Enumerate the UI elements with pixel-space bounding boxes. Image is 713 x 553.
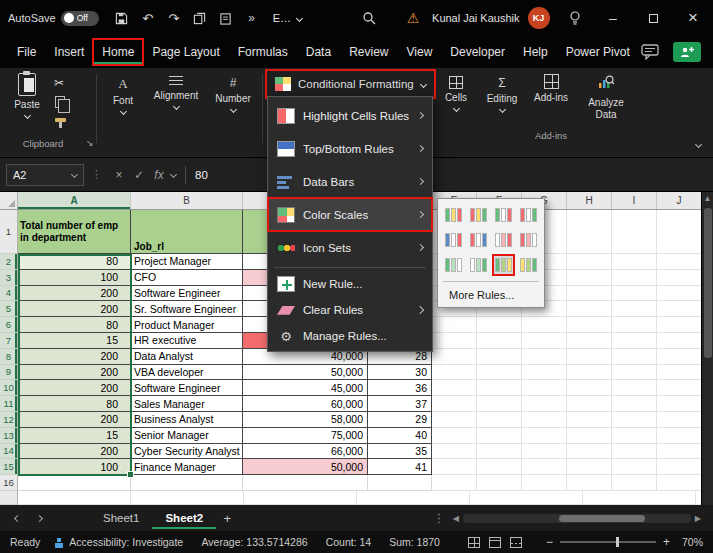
column-header[interactable]: A [18,192,131,209]
color-scale-option[interactable] [518,255,539,275]
lightbulb-icon[interactable] [562,3,588,33]
cf-menu-item[interactable]: Highlight Cells Rules [268,99,432,132]
scroll-right-icon[interactable]: ▶ [695,514,701,523]
ribbon-tab[interactable]: Power Pivot [557,39,639,65]
ribbon-tab[interactable]: Review [340,39,397,65]
color-scale-option[interactable] [468,205,489,225]
zoom-slider[interactable] [560,541,656,543]
horizontal-scroll-track[interactable] [463,514,691,523]
cut-icon[interactable] [54,76,64,90]
color-scale-option[interactable] [443,205,464,225]
cell-col-a[interactable]: 200 [18,444,131,460]
horizontal-scrollbar[interactable]: ◀ ▶ [453,514,701,523]
collapse-ribbon-icon[interactable] [695,141,702,148]
vertical-scroll-thumb[interactable] [704,208,712,358]
page-break-view-icon[interactable] [510,537,522,548]
select-all-corner[interactable] [0,192,18,209]
color-scale-option[interactable] [493,255,514,275]
dialog-launcher-icon[interactable]: ↘ [86,138,94,148]
color-scale-option[interactable] [468,255,489,275]
ribbon-tab[interactable]: Formulas [229,39,297,65]
horizontal-scroll-thumb[interactable] [559,515,645,522]
cell-col-c[interactable]: 66,000 [243,444,368,460]
cell-col-d[interactable]: 35 [368,444,432,460]
search-icon[interactable] [356,3,382,33]
cell[interactable] [368,475,432,491]
cell-a1[interactable]: Total number of emp in department [18,210,131,254]
row-header[interactable]: 3 [0,270,18,286]
cell-col-a[interactable]: 200 [18,365,131,381]
color-scale-option[interactable] [493,205,514,225]
comments-icon[interactable] [637,42,663,62]
row-header[interactable]: 6 [0,317,18,333]
cell-col-c[interactable]: 50,000 [243,365,368,381]
vertical-scrollbar[interactable]: ▲ [701,192,713,505]
cell-col-a[interactable]: 15 [18,428,131,444]
editing-group-button[interactable]: Editing [480,76,524,112]
insert-function-icon[interactable]: fx [149,168,169,182]
cf-menu-action[interactable]: Clear Rules [268,297,432,323]
cell[interactable] [131,475,243,491]
row-header[interactable]: 13 [0,428,18,444]
row-header[interactable]: 1 [0,210,18,254]
color-scale-option[interactable] [443,230,464,250]
color-scale-option[interactable] [443,255,464,275]
cell-col-c[interactable]: 50,000 [243,459,368,475]
cell-col-b[interactable]: HR executive [131,333,243,349]
cell-col-a[interactable]: 15 [18,333,131,349]
format-painter-icon[interactable] [55,118,66,122]
row-header[interactable]: 10 [0,380,18,396]
cell-col-a[interactable]: 100 [18,270,131,286]
cell-col-b[interactable]: Sales Manager [131,396,243,412]
close-button[interactable] [673,0,713,36]
paste-button[interactable]: Paste [6,73,48,118]
row-header[interactable]: 8 [0,349,18,365]
row-header[interactable]: 5 [0,301,18,317]
cell-col-b[interactable]: Cyber Security Analyst [131,444,243,460]
cancel-entry-icon[interactable]: × [109,168,129,182]
conditional-formatting-button[interactable]: Conditional Formatting [266,70,435,98]
zoom-level[interactable]: 70% [677,536,703,548]
row-header[interactable]: 4 [0,286,18,302]
cell[interactable] [18,475,131,491]
cell-col-a[interactable]: 200 [18,349,131,365]
scroll-up-icon[interactable]: ▲ [702,192,713,206]
autosave-switch[interactable]: Off [61,11,99,26]
normal-view-icon[interactable] [468,537,480,548]
new-sheet-button[interactable]: + [216,511,238,526]
confirm-entry-icon[interactable]: ✓ [129,168,149,182]
minimize-button[interactable] [593,0,633,36]
cell-col-d[interactable]: 40 [368,428,432,444]
row-header[interactable]: 7 [0,333,18,349]
maximize-button[interactable] [633,0,673,36]
formula-bar-handle[interactable]: ⋮ [91,168,102,181]
cf-menu-item[interactable]: Icon Sets [268,231,432,264]
workbook-name-menu[interactable]: E… [265,4,310,32]
color-scale-option[interactable] [518,230,539,250]
column-header[interactable]: H [567,192,612,209]
ribbon-tab[interactable]: Data [297,39,340,65]
cell-col-a[interactable]: 200 [18,286,131,302]
alignment-group-button[interactable]: Alignment [148,76,204,109]
row-header[interactable]: 11 [0,396,18,412]
cell-col-a[interactable]: 80 [18,317,131,333]
sheet-tab[interactable]: Sheet2 [152,507,216,529]
color-scale-option[interactable] [493,230,514,250]
paste-icon[interactable] [213,3,239,33]
cell-col-b[interactable]: Product Manager [131,317,243,333]
cell-col-c[interactable]: 58,000 [243,412,368,428]
cell-col-b[interactable]: Project Manager [131,254,243,270]
cell-col-b[interactable]: Business Analyst [131,412,243,428]
color-scale-option[interactable] [468,230,489,250]
share-icon[interactable] [673,42,701,62]
sheet-options-icon[interactable]: ⋮ [433,511,445,525]
cell-col-b[interactable]: Software Engineer [131,286,243,302]
cell-col-d[interactable]: 29 [368,412,432,428]
more-rules-item[interactable]: More Rules... [443,286,539,303]
ribbon-tab[interactable]: Home [93,39,143,65]
row-header[interactable]: 12 [0,412,18,428]
previous-sheet-icon[interactable] [6,516,28,521]
number-group-button[interactable]: Number [208,76,258,112]
ribbon-tab[interactable]: View [398,39,442,65]
cell-col-b[interactable]: Senior Manager [131,428,243,444]
